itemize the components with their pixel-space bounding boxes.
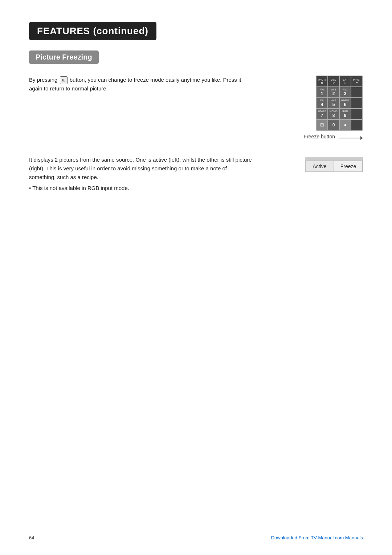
key-spacer-2: [351, 98, 363, 109]
page-title: FEATURES (continued): [29, 22, 156, 40]
key-sat: SAT □: [339, 76, 351, 87]
subtitle-label: Picture Freezing: [29, 50, 99, 64]
key-hdmi3: HDMI3 8: [328, 109, 339, 119]
section2-text: It displays 2 pictures from the same sou…: [29, 157, 252, 180]
key-av5: AV5 5: [328, 98, 339, 109]
freeze-button-label: Freeze button: [304, 134, 335, 139]
keypad-row-3: HDMI2 7 HDMI3 8 RGB 9: [316, 109, 363, 119]
key-hdmi2: HDMI2 7: [316, 109, 328, 119]
section2-paragraph: It displays 2 pictures from the same sou…: [29, 155, 254, 182]
keypad-row-1: AV1 1 AV2 2 AV3 3: [316, 87, 363, 98]
key-spacer-3: [351, 109, 363, 119]
active-freeze-diagram: Active Freeze: [305, 157, 363, 172]
section1-row: By pressing ⊞ button, you can change to …: [29, 76, 363, 142]
section2-bullet: • This is not available in RGB input mod…: [29, 184, 254, 193]
key-input: INPUT ↵: [351, 76, 363, 87]
key-av4: AV4 4: [316, 98, 328, 109]
freeze-cell: Freeze: [334, 161, 363, 172]
page: FEATURES (continued) Picture Freezing By…: [0, 0, 392, 555]
freeze-label-area: TV/DTT ⊞ DVD ▷ SAT □ INPUT ↵: [304, 76, 363, 142]
remote-keypad: TV/DTT ⊞ DVD ▷ SAT □ INPUT ↵: [316, 76, 363, 131]
keypad-row-2: AV4 4 AV5 5 HDMI1 6: [316, 98, 363, 109]
section2-text-block: It displays 2 pictures from the same sou…: [29, 155, 254, 193]
active-cell: Active: [305, 161, 334, 172]
key-circle: ●: [339, 119, 351, 130]
af-top-bar: [305, 157, 363, 161]
arrow-point: [360, 136, 363, 140]
key-spacer-4: [351, 119, 363, 130]
freeze-arrow: [339, 136, 363, 140]
key-dvd: DVD ▷: [328, 76, 339, 87]
key-spacer-1: [351, 87, 363, 98]
key-av1: AV1 1: [316, 87, 328, 98]
key-av3: AV3 3: [339, 87, 351, 98]
key-hdmi1: HDMI1 6: [339, 98, 351, 109]
page-header: FEATURES (continued): [29, 22, 363, 50]
section2-row: It displays 2 pictures from the same sou…: [29, 155, 363, 193]
arrow-line: [339, 138, 360, 138]
footer: 64 Downloaded From TV-Manual.com Manuals: [29, 535, 363, 540]
key-0: 0: [328, 119, 339, 130]
keypad-row-0: TV/DTT ⊞ DVD ▷ SAT □ INPUT ↵: [316, 76, 363, 87]
section1-text-part1: By pressing: [29, 77, 59, 83]
freeze-button-icon: ⊞: [60, 76, 68, 84]
page-number: 64: [29, 535, 34, 540]
section-subtitle: Picture Freezing: [29, 50, 363, 76]
footer-link[interactable]: Downloaded From TV-Manual.com Manuals: [271, 535, 363, 540]
key-sym1: ⊟: [316, 119, 328, 130]
section1-text: By pressing ⊞ button, you can change to …: [29, 76, 254, 93]
key-tv-dtt: TV/DTT ⊞: [316, 76, 328, 87]
freeze-button-label-area: Freeze button: [304, 134, 363, 142]
key-av2: AV2 2: [328, 87, 339, 98]
key-rgb: RGB 9: [339, 109, 351, 119]
keypad-row-4: ⊟ 0 ●: [316, 119, 363, 130]
af-label-row: Active Freeze: [305, 161, 363, 172]
